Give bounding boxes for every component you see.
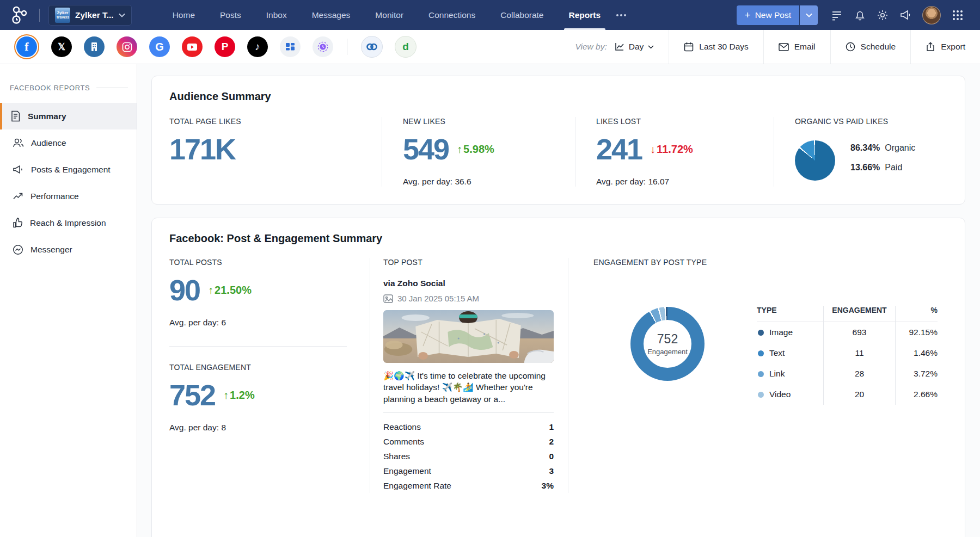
nav-item-posts[interactable]: Posts <box>207 0 254 30</box>
metric-delta-up: ↑21.50% <box>208 284 252 297</box>
document-icon <box>10 110 21 122</box>
date-range-button[interactable]: Last 30 Days <box>669 30 763 64</box>
delta-value: 5.98% <box>463 143 494 156</box>
zoho-desk-icon[interactable]: d <box>395 36 416 58</box>
tiktok-icon[interactable]: ♪ <box>247 36 268 57</box>
sidebar-item-messenger[interactable]: Messenger <box>0 236 137 263</box>
view-by-select[interactable]: Day <box>615 42 654 52</box>
youtube-icon[interactable] <box>182 36 203 57</box>
top-post-stats: Reactions1 Comments2 Shares0 Engagement3… <box>383 412 554 493</box>
export-label: Export <box>941 42 965 52</box>
stat-shares: Shares0 <box>383 449 554 464</box>
metric-likes-lost: LIKES LOST 241 ↓11.72% Avg. per day: 16.… <box>575 117 774 187</box>
column-header-engagement: ENGAGEMENT <box>823 306 895 322</box>
top-post-column: TOP POST via Zoho Social 30 Jan 2025 05:… <box>370 258 568 493</box>
table-row-text-type: Text <box>757 343 823 363</box>
nav-item-reports[interactable]: Reports <box>556 0 614 30</box>
chevron-down-icon <box>119 13 125 17</box>
view-by-value: Day <box>629 42 644 52</box>
organic-paid-pie-chart <box>795 140 835 181</box>
nav-item-connections[interactable]: Connections <box>416 0 488 30</box>
envelope-icon <box>779 43 789 51</box>
audience-summary-card: Audience Summary TOTAL PAGE LIKES 171K N… <box>151 76 965 205</box>
sidebar-item-posts-engagement[interactable]: Posts & Engagement <box>0 156 137 183</box>
top-post-photo[interactable] <box>383 310 554 363</box>
engagement-donut-chart: 752 Engagement <box>630 307 705 381</box>
pinterest-icon[interactable]: P <box>215 36 235 57</box>
metric-label: NEW LIKES <box>403 117 559 126</box>
nav-item-messages[interactable]: Messages <box>299 0 363 30</box>
view-by-control: View by: Day <box>560 30 669 64</box>
legend-paid: 13.66%Paid <box>850 163 915 172</box>
arrow-down-icon: ↓ <box>650 143 656 156</box>
app-launcher-grid-icon[interactable] <box>946 4 969 26</box>
table-row-link-engagement: 28 <box>823 363 895 384</box>
top-post-caption: 🎉🌍✈️ It's time to celebrate the upcoming… <box>383 370 554 405</box>
zoho-crm-icon[interactable] <box>361 36 383 58</box>
export-report-button[interactable]: Export <box>910 30 980 64</box>
arrow-up-icon: ↑ <box>208 284 213 297</box>
google-my-business-icon[interactable]: G <box>149 36 170 57</box>
column-header-percent: % <box>895 306 938 322</box>
sidebar-item-label: Reach & Impression <box>30 218 106 228</box>
brand-selector[interactable]: Zylker Travels Zylker T... <box>48 5 132 26</box>
sidebar-item-summary[interactable]: Summary <box>0 103 137 129</box>
table-row-link-type: Link <box>757 363 823 384</box>
brand-logo: Zylker Travels <box>55 8 70 23</box>
engagement-by-type-label: ENGAGEMENT BY POST TYPE <box>593 258 947 267</box>
total-engagement-value: 752 <box>169 378 215 412</box>
notifications-bell-icon[interactable] <box>848 4 871 26</box>
schedule-report-button[interactable]: Schedule <box>830 30 911 64</box>
sidebar-item-reach-impression[interactable]: Reach & Impression <box>0 209 137 236</box>
nav-overflow-icon[interactable] <box>616 14 626 16</box>
photo-post-icon <box>383 294 393 303</box>
top-post-date: 30 Jan 2025 05:15 AM <box>397 294 479 303</box>
top-navigation-bar: Zylker Travels Zylker T... Home Posts In… <box>0 0 980 30</box>
channel-clock-app-icon[interactable] <box>313 36 333 57</box>
channel-grid-app-icon[interactable] <box>280 36 301 57</box>
activity-feed-icon[interactable] <box>825 4 848 26</box>
announcement-megaphone-icon[interactable] <box>894 4 917 26</box>
instagram-icon[interactable] <box>117 36 137 57</box>
clock-icon <box>846 42 855 52</box>
metric-value: 241 <box>596 132 642 166</box>
sidebar-item-performance[interactable]: Performance <box>0 183 137 209</box>
people-icon <box>13 138 24 148</box>
topnav-right-cluster: + New Post <box>737 4 969 26</box>
top-post-source: via Zoho Social <box>383 279 554 288</box>
thumbs-up-icon <box>13 218 23 228</box>
sidebar-item-audience[interactable]: Audience <box>0 129 137 156</box>
x-twitter-icon[interactable]: 𝕏 <box>51 36 72 57</box>
nav-item-collaborate[interactable]: Collaborate <box>488 0 556 30</box>
nav-item-monitor[interactable]: Monitor <box>363 0 416 30</box>
zoho-social-logo-icon[interactable] <box>9 5 30 26</box>
channel-facebook-selected[interactable]: f <box>14 34 39 59</box>
primary-nav: Home Posts Inbox Messages Monitor Connec… <box>160 0 626 30</box>
settings-gear-icon[interactable] <box>871 4 894 26</box>
pie-legend: 86.34%Organic 13.66%Paid <box>850 139 915 182</box>
nav-item-inbox[interactable]: Inbox <box>254 0 299 30</box>
table-row-image-type: Image <box>757 322 823 343</box>
divider <box>96 88 128 88</box>
line-chart-icon <box>615 42 624 51</box>
new-post-dropdown-button[interactable] <box>800 5 818 25</box>
divider <box>347 39 347 55</box>
user-avatar[interactable] <box>922 6 941 24</box>
legend-dot-image <box>758 330 764 336</box>
stat-comments: Comments2 <box>383 434 554 449</box>
stat-engagement: Engagement3 <box>383 464 554 478</box>
metric-average: Avg. per day: 36.6 <box>403 177 559 187</box>
table-row-image-engagement: 693 <box>823 322 895 343</box>
new-post-label: New Post <box>755 10 791 20</box>
new-post-button[interactable]: + New Post <box>737 5 799 25</box>
table-row-text-pct: 1.46% <box>895 343 938 363</box>
sidebar-header-label: FACEBOOK REPORTS <box>10 84 90 92</box>
table-row-link-pct: 3.72% <box>895 363 938 384</box>
metric-label: TOTAL POSTS <box>169 258 347 267</box>
top-post-date-row: 30 Jan 2025 05:15 AM <box>383 294 554 303</box>
nav-item-home[interactable]: Home <box>160 0 207 30</box>
linkedin-page-icon[interactable] <box>84 36 105 57</box>
messenger-icon <box>13 244 23 255</box>
engagement-by-type-column: ENGAGEMENT BY POST TYPE 752 Engagement <box>568 258 947 493</box>
email-report-button[interactable]: Email <box>763 30 830 64</box>
